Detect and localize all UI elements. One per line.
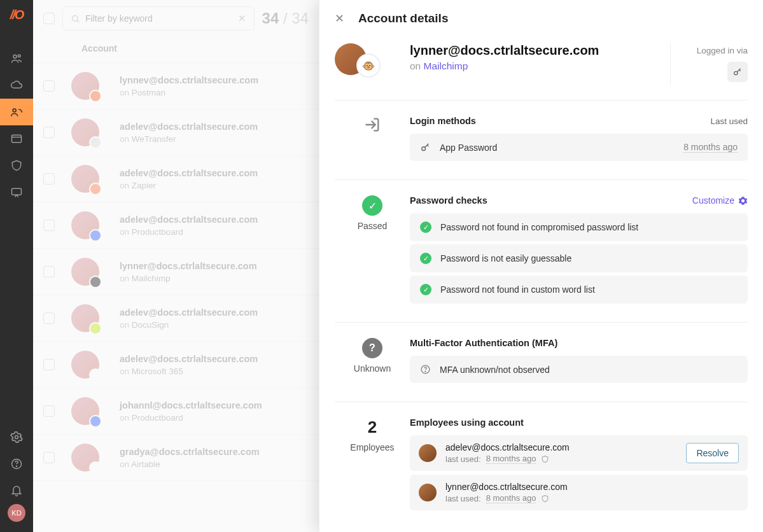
passed-check-icon: ✓ xyxy=(362,195,382,216)
row-avatar xyxy=(71,118,99,146)
row-app: on Productboard xyxy=(120,227,309,237)
row-email: adelev@docs.ctrlaltsecure.com xyxy=(120,354,309,364)
row-app: on Zapier xyxy=(120,181,309,190)
sidebar-item-shield-icon[interactable] xyxy=(0,152,33,179)
customize-link[interactable]: Customize xyxy=(692,195,748,206)
row-checkbox[interactable] xyxy=(43,127,55,138)
app-badge-icon xyxy=(89,322,102,335)
result-count: 34 / 34 xyxy=(262,10,309,27)
row-email: adelev@docs.ctrlaltsecure.com xyxy=(120,168,309,178)
check-text: Password is not easily guessable xyxy=(440,253,571,263)
login-arrow-icon xyxy=(363,116,381,134)
svg-point-5 xyxy=(15,436,18,439)
panel-title: Account details xyxy=(358,11,448,25)
filter-input[interactable] xyxy=(85,13,238,24)
check-text: Password not found in custom word list xyxy=(440,284,595,295)
close-icon[interactable]: ✕ xyxy=(335,11,344,25)
svg-point-12 xyxy=(425,371,426,372)
row-checkbox[interactable] xyxy=(43,359,55,370)
row-avatar xyxy=(71,304,99,332)
employee-row: lynner@docs.ctrlaltsecure.com last used:… xyxy=(410,475,748,510)
sidebar-item-bell-icon[interactable] xyxy=(0,477,33,504)
login-method-name: App Password xyxy=(440,143,497,153)
question-small-icon xyxy=(420,364,431,375)
key-icon xyxy=(727,62,748,82)
password-checks-heading: Password checks xyxy=(410,195,487,206)
row-app: on Productboard xyxy=(120,413,309,423)
sidebar-item-settings-icon[interactable] xyxy=(0,424,33,451)
sidebar-item-help-icon[interactable] xyxy=(0,451,33,477)
row-email: gradya@docs.ctrlaltsecure.com xyxy=(120,447,309,457)
row-checkbox[interactable] xyxy=(43,220,55,231)
password-check-row: ✓Password not found in custom word list xyxy=(410,276,748,304)
account-row[interactable]: adelev@docs.ctrlaltsecure.com on Zapier xyxy=(33,156,319,202)
sidebar-item-browser-icon[interactable] xyxy=(0,125,33,152)
clear-filter-icon[interactable]: ✕ xyxy=(238,13,246,24)
resolve-button[interactable]: Resolve xyxy=(686,443,739,463)
check-icon: ✓ xyxy=(420,221,431,233)
row-email: adelev@docs.ctrlaltsecure.com xyxy=(120,307,309,318)
row-checkbox[interactable] xyxy=(43,405,55,417)
row-checkbox[interactable] xyxy=(43,452,55,463)
row-avatar xyxy=(71,397,99,425)
row-checkbox[interactable] xyxy=(43,266,55,277)
select-all-checkbox[interactable] xyxy=(43,13,55,24)
mfa-unknown-label: Unknown xyxy=(354,363,391,374)
service-link[interactable]: Mailchimp xyxy=(424,60,468,71)
mfa-heading: Multi-Factor Authentication (MFA) xyxy=(410,338,557,348)
svg-rect-3 xyxy=(12,135,22,143)
sidebar-item-accounts-icon[interactable] xyxy=(0,99,33,125)
svg-point-1 xyxy=(18,55,20,57)
app-badge-icon xyxy=(89,90,102,102)
account-column-header[interactable]: Account xyxy=(81,43,117,53)
row-email: johannl@docs.ctrlaltsecure.com xyxy=(120,400,309,410)
mfa-status-text: MFA unknown/not observed xyxy=(440,365,550,375)
account-row[interactable]: lynner@docs.ctrlaltsecure.com on Mailchi… xyxy=(33,249,319,295)
account-row[interactable]: lynnev@docs.ctrlaltsecure.com on Postman xyxy=(33,63,319,109)
account-row[interactable]: gradya@docs.ctrlaltsecure.com on Airtabl… xyxy=(33,435,319,481)
user-avatar[interactable]: KD xyxy=(8,504,25,522)
employee-email: lynner@docs.ctrlaltsecure.com xyxy=(445,482,568,492)
search-icon xyxy=(71,14,80,24)
row-email: lynner@docs.ctrlaltsecure.com xyxy=(120,261,309,271)
employee-email: adelev@docs.ctrlaltsecure.com xyxy=(445,442,570,452)
row-checkbox[interactable] xyxy=(43,80,55,92)
sidebar: //O KD xyxy=(0,0,33,532)
logo[interactable]: //O xyxy=(10,8,24,22)
account-row[interactable]: adelev@docs.ctrlaltsecure.com on WeTrans… xyxy=(33,109,319,156)
sidebar-item-cloud-icon[interactable] xyxy=(0,72,33,99)
account-details-panel: ✕ Account details 🐵 lynner@docs.ctrlalts… xyxy=(319,0,763,532)
logged-in-via-label: Logged in via xyxy=(682,46,748,55)
login-methods-heading: Login methods xyxy=(410,116,476,126)
row-app: on DocuSign xyxy=(120,320,309,330)
employee-count: 2 xyxy=(368,417,377,437)
row-email: lynnev@docs.ctrlaltsecure.com xyxy=(120,75,309,85)
sidebar-item-users-icon[interactable] xyxy=(0,45,33,72)
login-method-lastused: 8 months ago xyxy=(683,142,738,153)
account-row[interactable]: adelev@docs.ctrlaltsecure.com on DocuSig… xyxy=(33,295,319,342)
sidebar-item-chat-icon[interactable] xyxy=(0,179,33,206)
svg-rect-4 xyxy=(12,188,22,195)
employee-lastused: last used: 8 months ago xyxy=(445,493,568,503)
row-app: on Microsoft 365 xyxy=(120,367,309,376)
account-row[interactable]: adelev@docs.ctrlaltsecure.com on Product… xyxy=(33,202,319,249)
svg-point-0 xyxy=(13,55,17,58)
account-row[interactable]: johannl@docs.ctrlaltsecure.com on Produc… xyxy=(33,388,319,435)
shield-icon xyxy=(541,494,549,503)
app-badge-icon xyxy=(89,415,102,428)
employees-heading: Employees using account xyxy=(410,417,524,428)
row-checkbox[interactable] xyxy=(43,173,55,185)
filter-input-wrapper[interactable]: ✕ xyxy=(62,6,255,31)
employee-avatar xyxy=(419,484,437,501)
app-badge-icon xyxy=(89,368,102,381)
hero-avatar-group: 🐵 xyxy=(335,43,382,80)
check-icon: ✓ xyxy=(420,253,431,264)
row-checkbox[interactable] xyxy=(43,312,55,324)
account-row[interactable]: adelev@docs.ctrlaltsecure.com on Microso… xyxy=(33,342,319,388)
mailchimp-app-badge: 🐵 xyxy=(356,53,381,78)
shield-icon xyxy=(541,455,549,463)
svg-point-8 xyxy=(73,15,78,21)
row-app: on WeTransfer xyxy=(120,134,309,144)
app-badge-icon xyxy=(89,136,102,149)
svg-point-2 xyxy=(13,109,16,112)
